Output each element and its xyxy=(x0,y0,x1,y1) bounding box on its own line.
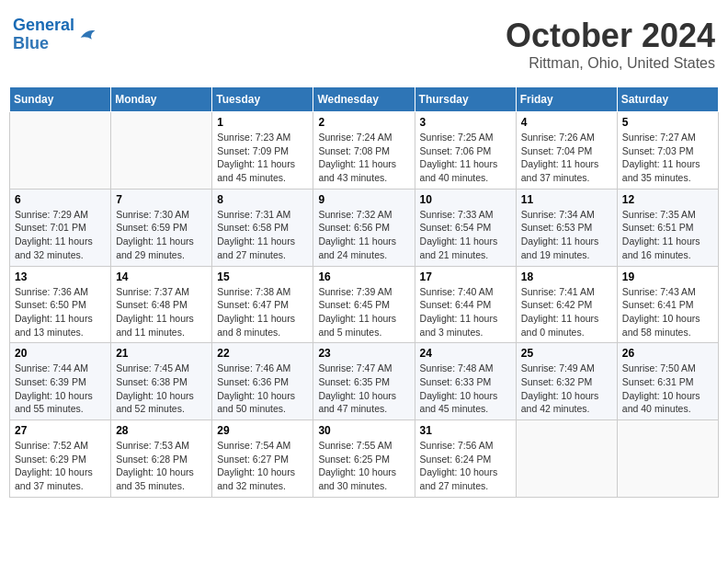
calendar-table: SundayMondayTuesdayWednesdayThursdayFrid… xyxy=(9,86,719,498)
col-header-wednesday: Wednesday xyxy=(313,87,415,112)
day-info: Sunrise: 7:49 AM Sunset: 6:32 PM Dayligh… xyxy=(521,362,612,416)
logo-bird-icon xyxy=(76,22,102,48)
calendar-cell: 2Sunrise: 7:24 AM Sunset: 7:08 PM Daylig… xyxy=(313,112,415,190)
day-number: 25 xyxy=(521,347,612,360)
calendar-cell: 31Sunrise: 7:56 AM Sunset: 6:24 PM Dayli… xyxy=(415,420,516,498)
calendar-cell: 5Sunrise: 7:27 AM Sunset: 7:03 PM Daylig… xyxy=(617,112,718,190)
day-info: Sunrise: 7:47 AM Sunset: 6:35 PM Dayligh… xyxy=(318,362,409,416)
calendar-cell xyxy=(111,112,212,190)
day-number: 7 xyxy=(116,193,207,206)
day-info: Sunrise: 7:33 AM Sunset: 6:54 PM Dayligh… xyxy=(420,208,511,262)
day-number: 2 xyxy=(318,116,409,129)
day-info: Sunrise: 7:55 AM Sunset: 6:25 PM Dayligh… xyxy=(318,439,409,493)
day-info: Sunrise: 7:48 AM Sunset: 6:33 PM Dayligh… xyxy=(420,362,511,416)
day-number: 18 xyxy=(521,270,612,283)
calendar-cell: 25Sunrise: 7:49 AM Sunset: 6:32 PM Dayli… xyxy=(516,343,617,420)
day-number: 16 xyxy=(318,270,409,283)
day-number: 3 xyxy=(420,116,511,129)
day-number: 10 xyxy=(420,193,511,206)
day-number: 23 xyxy=(318,347,409,360)
calendar-cell: 7Sunrise: 7:30 AM Sunset: 6:59 PM Daylig… xyxy=(111,189,212,266)
day-info: Sunrise: 7:41 AM Sunset: 6:42 PM Dayligh… xyxy=(521,285,612,339)
day-info: Sunrise: 7:32 AM Sunset: 6:56 PM Dayligh… xyxy=(318,208,409,262)
calendar-cell: 10Sunrise: 7:33 AM Sunset: 6:54 PM Dayli… xyxy=(415,189,516,266)
day-number: 11 xyxy=(521,193,612,206)
day-number: 22 xyxy=(217,347,308,360)
month-title: October 2024 xyxy=(506,17,715,55)
day-number: 19 xyxy=(622,270,713,283)
calendar-header: SundayMondayTuesdayWednesdayThursdayFrid… xyxy=(10,87,719,112)
week-row-1: 1Sunrise: 7:23 AM Sunset: 7:09 PM Daylig… xyxy=(10,112,719,190)
calendar-cell: 1Sunrise: 7:23 AM Sunset: 7:09 PM Daylig… xyxy=(212,112,313,190)
day-info: Sunrise: 7:39 AM Sunset: 6:45 PM Dayligh… xyxy=(318,285,409,339)
calendar-cell xyxy=(516,420,617,498)
calendar-cell: 16Sunrise: 7:39 AM Sunset: 6:45 PM Dayli… xyxy=(313,266,415,343)
day-number: 26 xyxy=(622,347,713,360)
day-number: 4 xyxy=(521,116,612,129)
calendar-cell: 21Sunrise: 7:45 AM Sunset: 6:38 PM Dayli… xyxy=(111,343,212,420)
calendar-cell: 26Sunrise: 7:50 AM Sunset: 6:31 PM Dayli… xyxy=(617,343,718,420)
day-info: Sunrise: 7:52 AM Sunset: 6:29 PM Dayligh… xyxy=(15,439,106,493)
day-info: Sunrise: 7:53 AM Sunset: 6:28 PM Dayligh… xyxy=(116,439,207,493)
col-header-thursday: Thursday xyxy=(415,87,516,112)
col-header-tuesday: Tuesday xyxy=(212,87,313,112)
col-header-friday: Friday xyxy=(516,87,617,112)
logo-line2: Blue xyxy=(13,34,49,52)
day-info: Sunrise: 7:43 AM Sunset: 6:41 PM Dayligh… xyxy=(622,285,713,339)
day-number: 1 xyxy=(217,116,308,129)
calendar-cell xyxy=(617,420,718,498)
day-number: 28 xyxy=(116,424,207,437)
header-row: SundayMondayTuesdayWednesdayThursdayFrid… xyxy=(10,87,719,112)
calendar-cell: 19Sunrise: 7:43 AM Sunset: 6:41 PM Dayli… xyxy=(617,266,718,343)
calendar-cell: 12Sunrise: 7:35 AM Sunset: 6:51 PM Dayli… xyxy=(617,189,718,266)
calendar-cell xyxy=(10,112,111,190)
day-info: Sunrise: 7:45 AM Sunset: 6:38 PM Dayligh… xyxy=(116,362,207,416)
logo-line1: General xyxy=(13,16,74,34)
day-info: Sunrise: 7:54 AM Sunset: 6:27 PM Dayligh… xyxy=(217,439,308,493)
day-info: Sunrise: 7:24 AM Sunset: 7:08 PM Dayligh… xyxy=(318,131,409,185)
day-info: Sunrise: 7:44 AM Sunset: 6:39 PM Dayligh… xyxy=(15,362,106,416)
day-number: 24 xyxy=(420,347,511,360)
title-area: October 2024 Rittman, Ohio, United State… xyxy=(506,17,715,72)
day-info: Sunrise: 7:23 AM Sunset: 7:09 PM Dayligh… xyxy=(217,131,308,185)
day-info: Sunrise: 7:34 AM Sunset: 6:53 PM Dayligh… xyxy=(521,208,612,262)
day-number: 9 xyxy=(318,193,409,206)
calendar-cell: 6Sunrise: 7:29 AM Sunset: 7:01 PM Daylig… xyxy=(10,189,111,266)
calendar-cell: 28Sunrise: 7:53 AM Sunset: 6:28 PM Dayli… xyxy=(111,420,212,498)
day-info: Sunrise: 7:37 AM Sunset: 6:48 PM Dayligh… xyxy=(116,285,207,339)
calendar-cell: 4Sunrise: 7:26 AM Sunset: 7:04 PM Daylig… xyxy=(516,112,617,190)
day-info: Sunrise: 7:25 AM Sunset: 7:06 PM Dayligh… xyxy=(420,131,511,185)
day-number: 6 xyxy=(15,193,106,206)
week-row-5: 27Sunrise: 7:52 AM Sunset: 6:29 PM Dayli… xyxy=(10,420,719,498)
col-header-saturday: Saturday xyxy=(617,87,718,112)
calendar-cell: 9Sunrise: 7:32 AM Sunset: 6:56 PM Daylig… xyxy=(313,189,415,266)
day-number: 12 xyxy=(622,193,713,206)
day-info: Sunrise: 7:56 AM Sunset: 6:24 PM Dayligh… xyxy=(420,439,511,493)
day-number: 29 xyxy=(217,424,308,437)
week-row-3: 13Sunrise: 7:36 AM Sunset: 6:50 PM Dayli… xyxy=(10,266,719,343)
day-info: Sunrise: 7:38 AM Sunset: 6:47 PM Dayligh… xyxy=(217,285,308,339)
day-number: 13 xyxy=(15,270,106,283)
calendar-cell: 13Sunrise: 7:36 AM Sunset: 6:50 PM Dayli… xyxy=(10,266,111,343)
day-info: Sunrise: 7:36 AM Sunset: 6:50 PM Dayligh… xyxy=(15,285,106,339)
day-info: Sunrise: 7:50 AM Sunset: 6:31 PM Dayligh… xyxy=(622,362,713,416)
calendar-cell: 29Sunrise: 7:54 AM Sunset: 6:27 PM Dayli… xyxy=(212,420,313,498)
calendar-cell: 17Sunrise: 7:40 AM Sunset: 6:44 PM Dayli… xyxy=(415,266,516,343)
day-info: Sunrise: 7:40 AM Sunset: 6:44 PM Dayligh… xyxy=(420,285,511,339)
day-info: Sunrise: 7:31 AM Sunset: 6:58 PM Dayligh… xyxy=(217,208,308,262)
calendar-cell: 30Sunrise: 7:55 AM Sunset: 6:25 PM Dayli… xyxy=(313,420,415,498)
calendar-cell: 8Sunrise: 7:31 AM Sunset: 6:58 PM Daylig… xyxy=(212,189,313,266)
day-number: 14 xyxy=(116,270,207,283)
day-info: Sunrise: 7:26 AM Sunset: 7:04 PM Dayligh… xyxy=(521,131,612,185)
day-number: 31 xyxy=(420,424,511,437)
calendar-cell: 20Sunrise: 7:44 AM Sunset: 6:39 PM Dayli… xyxy=(10,343,111,420)
calendar-cell: 14Sunrise: 7:37 AM Sunset: 6:48 PM Dayli… xyxy=(111,266,212,343)
calendar-cell: 18Sunrise: 7:41 AM Sunset: 6:42 PM Dayli… xyxy=(516,266,617,343)
calendar-cell: 15Sunrise: 7:38 AM Sunset: 6:47 PM Dayli… xyxy=(212,266,313,343)
day-number: 5 xyxy=(622,116,713,129)
day-info: Sunrise: 7:29 AM Sunset: 7:01 PM Dayligh… xyxy=(15,208,106,262)
day-info: Sunrise: 7:27 AM Sunset: 7:03 PM Dayligh… xyxy=(622,131,713,185)
day-number: 30 xyxy=(318,424,409,437)
col-header-monday: Monday xyxy=(111,87,212,112)
calendar-body: 1Sunrise: 7:23 AM Sunset: 7:09 PM Daylig… xyxy=(10,112,719,498)
